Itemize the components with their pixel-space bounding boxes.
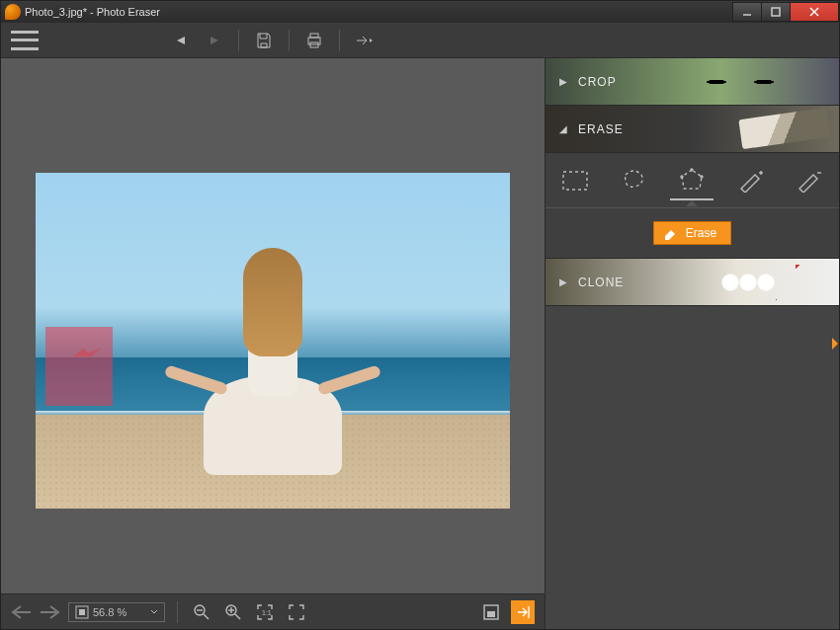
photo-person	[184, 248, 362, 475]
canvas-viewport[interactable]	[1, 58, 545, 593]
zoom-out-button[interactable]	[190, 600, 213, 624]
eraser-icon	[662, 226, 678, 240]
top-toolbar	[1, 23, 839, 58]
fit-window-button[interactable]	[285, 600, 308, 624]
clone-panel-label: CLONE	[578, 276, 624, 289]
zoom-field[interactable]	[68, 602, 165, 622]
lasso-select-tool[interactable]	[612, 161, 655, 200]
rectangle-select-tool[interactable]	[553, 161, 597, 200]
svg-point-23	[701, 176, 703, 178]
apply-button[interactable]	[511, 600, 535, 624]
canvas-pane: 1:1	[1, 58, 545, 629]
redo-button[interactable]	[201, 28, 226, 53]
app-icon	[5, 4, 21, 20]
next-image-button[interactable]	[39, 604, 60, 620]
separator	[177, 601, 178, 623]
maximize-button[interactable]	[761, 2, 791, 22]
brush-remove-tool[interactable]	[788, 161, 831, 200]
export-button[interactable]	[352, 28, 378, 53]
svg-line-10	[204, 614, 209, 619]
erase-panel-label: ERASE	[578, 122, 624, 136]
save-button[interactable]	[251, 28, 277, 53]
brush-add-tool[interactable]	[729, 161, 773, 200]
svg-line-13	[235, 614, 240, 619]
svg-rect-8	[79, 609, 85, 615]
erase-tool-row	[546, 153, 839, 208]
erase-panel-header[interactable]: ◢ ERASE	[546, 106, 839, 153]
right-panel: ▶ CROP ◢ ERASE Erase	[545, 58, 839, 629]
erase-button[interactable]: Erase	[653, 221, 731, 245]
zoom-input[interactable]	[93, 606, 146, 618]
polygon-select-tool[interactable]	[670, 161, 714, 200]
erase-selection-mask[interactable]	[45, 327, 113, 406]
svg-text:1:1: 1:1	[262, 609, 272, 616]
erase-panel-body: Erase	[546, 153, 839, 259]
panel-filler	[546, 306, 839, 629]
window-title: Photo_3.jpg* - Photo Eraser	[25, 6, 733, 18]
close-button[interactable]	[790, 2, 839, 22]
crop-panel-header[interactable]: ▶ CROP	[546, 58, 839, 106]
erase-button-label: Erase	[686, 226, 716, 240]
chevron-right-icon: ▶	[559, 276, 568, 287]
photo-canvas[interactable]	[36, 173, 510, 509]
titlebar: Photo_3.jpg* - Photo Eraser	[1, 1, 839, 23]
actual-size-button[interactable]: 1:1	[253, 600, 277, 624]
separator	[339, 30, 340, 51]
panel-collapse-handle[interactable]	[830, 329, 840, 358]
separator	[289, 30, 290, 51]
svg-rect-1	[772, 8, 780, 16]
undo-button[interactable]	[169, 28, 195, 53]
fit-screen-icon	[75, 605, 89, 619]
clone-panel-header[interactable]: ▶ CLONE	[546, 259, 839, 306]
print-button[interactable]	[301, 28, 327, 53]
status-bar: 1:1	[1, 593, 545, 629]
erase-action-row: Erase	[546, 208, 839, 258]
chevron-down-icon: ◢	[559, 123, 568, 134]
zoom-in-button[interactable]	[221, 600, 245, 624]
main-area: 1:1 ▶ CROP ◢ ERASE	[1, 58, 839, 629]
chevron-down-icon[interactable]	[150, 608, 158, 616]
separator	[238, 30, 239, 51]
minimize-button[interactable]	[732, 2, 762, 22]
menu-button[interactable]	[11, 31, 39, 50]
svg-rect-18	[487, 611, 495, 617]
chevron-right-icon: ▶	[559, 76, 568, 87]
svg-rect-5	[310, 34, 318, 38]
crop-panel-label: CROP	[578, 75, 617, 89]
compare-button[interactable]	[479, 600, 503, 624]
prev-image-button[interactable]	[11, 604, 33, 620]
svg-rect-20	[563, 172, 587, 190]
app-window: Photo_3.jpg* - Photo Eraser	[0, 0, 840, 630]
